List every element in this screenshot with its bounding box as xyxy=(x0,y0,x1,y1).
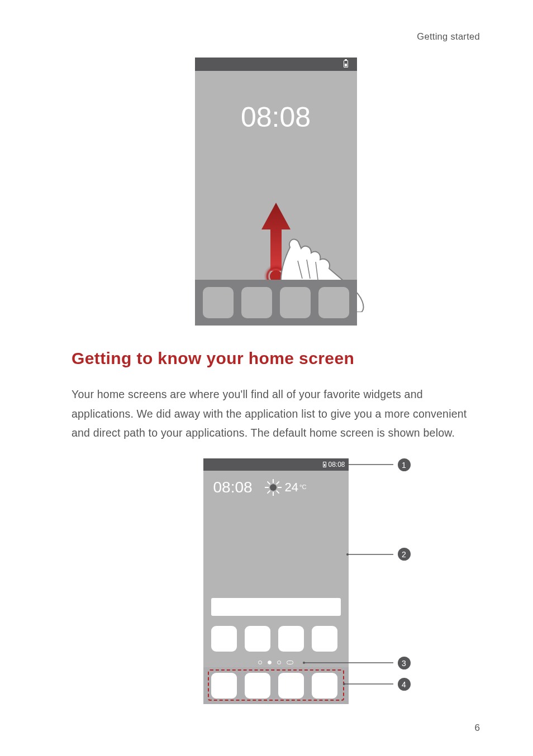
lockscreen-dock xyxy=(195,280,357,326)
svg-point-8 xyxy=(303,662,305,664)
section-heading: Getting to know your home screen xyxy=(72,349,480,368)
dock-app-placeholder xyxy=(241,287,272,318)
dock-app-placeholder xyxy=(280,287,311,318)
page-number: 6 xyxy=(475,722,480,734)
svg-point-4 xyxy=(344,463,346,466)
callout-lines xyxy=(203,458,404,704)
callout-3: 3 xyxy=(398,657,411,669)
document-page: Getting started 08:08 xyxy=(0,0,533,756)
battery-icon xyxy=(344,60,348,68)
dock-app-placeholder xyxy=(318,287,349,318)
callout-1: 1 xyxy=(398,458,411,471)
svg-point-10 xyxy=(343,683,345,685)
svg-point-6 xyxy=(346,553,349,556)
figure-homescreen-wrap: 08:08 08:08 xyxy=(72,458,480,704)
callout-4: 4 xyxy=(398,678,411,691)
lockscreen-clock: 08:08 xyxy=(195,101,357,133)
body-paragraph: Your home screens are where you'll find … xyxy=(72,385,480,443)
page-header-label: Getting started xyxy=(72,31,480,42)
status-bar xyxy=(195,58,357,71)
figure-lockscreen-swipe: 08:08 xyxy=(195,58,357,326)
callout-2: 2 xyxy=(398,548,411,561)
dock-app-placeholder xyxy=(203,287,234,318)
